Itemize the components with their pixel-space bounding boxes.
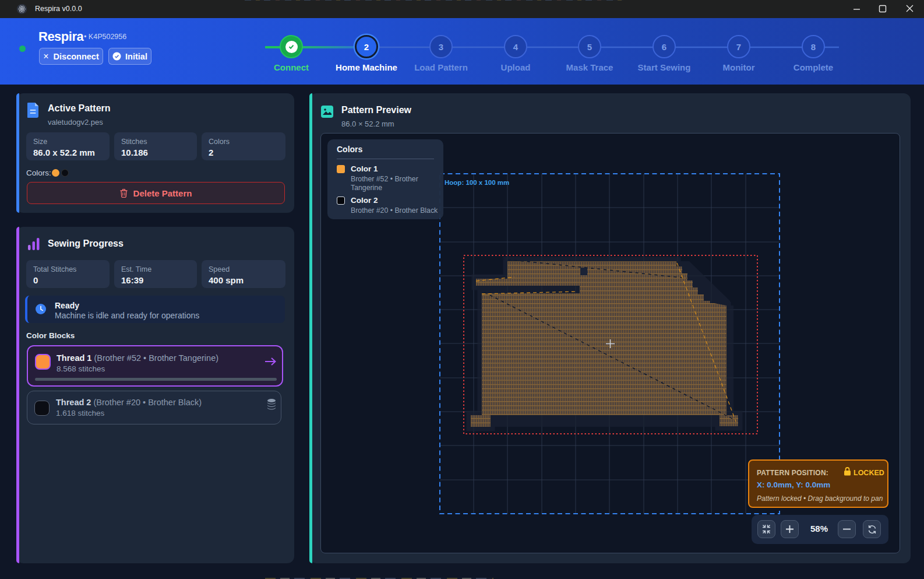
svg-text:Hoop: 100 x 100 mm: Hoop: 100 x 100 mm — [445, 179, 509, 186]
